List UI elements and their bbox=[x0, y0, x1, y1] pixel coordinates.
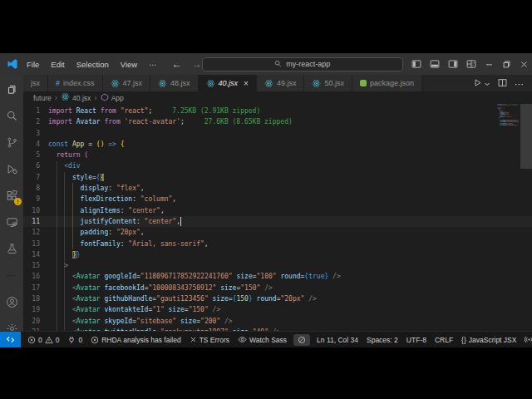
tab-47-jsx[interactable]: 47.jsx bbox=[103, 75, 151, 91]
activity-remote-explorer[interactable] bbox=[0, 209, 23, 235]
line-number[interactable]: 12 bbox=[23, 227, 48, 238]
status-text: UTF-8 bbox=[406, 336, 426, 344]
tab-48-jsx[interactable]: 48.jsx bbox=[150, 75, 199, 91]
activity-accounts[interactable] bbox=[0, 288, 23, 315]
layout-panel-button[interactable] bbox=[430, 59, 440, 69]
line-number[interactable]: 8 bbox=[23, 183, 48, 194]
breadcrumb-item-future[interactable]: future bbox=[33, 94, 52, 102]
status-cursor-position[interactable]: Ln 11, Col 34 bbox=[313, 332, 362, 347]
code-line[interactable]: 18 <Avatar githubHandle="gauti123456" si… bbox=[23, 293, 532, 304]
menu-edit[interactable]: Edit bbox=[46, 58, 69, 71]
activity-testing[interactable] bbox=[0, 235, 23, 262]
code-line[interactable]: 7 style={{ bbox=[23, 172, 532, 183]
activity-run-debug[interactable] bbox=[0, 155, 23, 182]
tab-jsx[interactable]: jsx bbox=[23, 75, 48, 91]
activity-search[interactable] bbox=[0, 102, 23, 129]
tab-package-json[interactable]: package.json bbox=[352, 75, 422, 91]
editor[interactable]: 1import React from "react";7.25KB (2.91K… bbox=[23, 104, 532, 331]
code-line[interactable]: 19 <Avatar vkontakteId="1" size="150" /> bbox=[23, 304, 532, 315]
status-language-mode[interactable]: {}JavaScript JSX bbox=[457, 332, 520, 347]
code-line[interactable]: 17 <Avatar facebookId="100008343750912" … bbox=[23, 283, 532, 293]
line-number[interactable]: 5 bbox=[23, 150, 48, 160]
layout-customize-button[interactable] bbox=[466, 59, 476, 69]
line-number[interactable]: 18 bbox=[23, 293, 48, 304]
status-do-not-disturb[interactable] bbox=[293, 334, 310, 346]
menu-more[interactable]: ⋯ bbox=[144, 58, 162, 71]
menu-view[interactable]: View bbox=[116, 58, 142, 71]
status-ts-errors[interactable]: TS Errors bbox=[185, 332, 234, 347]
code-line[interactable]: 10 alignItems: "center", bbox=[23, 205, 532, 216]
restore-button[interactable] bbox=[502, 60, 511, 69]
layout-sidebar-right-button[interactable] bbox=[448, 59, 458, 69]
status-indentation[interactable]: Spaces: 2 bbox=[362, 332, 402, 347]
tab-40-jsx[interactable]: 40.jsx× bbox=[199, 75, 257, 91]
line-number[interactable]: 9 bbox=[23, 194, 48, 204]
code-line[interactable]: 2import Avatar from 'react-avatar';27.6K… bbox=[23, 116, 532, 127]
line-number[interactable]: 13 bbox=[23, 239, 48, 249]
status-eol[interactable]: CRLF bbox=[431, 332, 457, 347]
code-line[interactable]: 11 justifyContent: "center", bbox=[23, 216, 532, 227]
line-number[interactable]: 14 bbox=[23, 249, 48, 260]
status-go-live[interactable]: Go Live bbox=[520, 332, 532, 347]
line-number[interactable]: 1 bbox=[23, 106, 48, 116]
tab-50-jsx[interactable]: 50.jsx bbox=[304, 75, 352, 91]
line-number[interactable]: 16 bbox=[23, 271, 48, 282]
line-number[interactable]: 4 bbox=[23, 139, 48, 150]
activity-source-control[interactable] bbox=[0, 129, 23, 155]
close-tab-button[interactable]: × bbox=[244, 79, 249, 88]
code-line[interactable]: 1import React from "react";7.25KB (2.91K… bbox=[23, 106, 532, 116]
code-line[interactable]: 9 flexDirection: "column", bbox=[23, 194, 532, 204]
activity-more-views[interactable]: ⋯ bbox=[0, 262, 23, 288]
run-button[interactable] bbox=[473, 76, 490, 91]
line-number[interactable]: 6 bbox=[23, 160, 48, 171]
line-number[interactable]: 11 bbox=[23, 216, 48, 227]
tab-49-jsx[interactable]: 49.jsx bbox=[257, 75, 305, 91]
tab-index-css[interactable]: #index.css bbox=[48, 75, 103, 91]
status-remote-indicator[interactable] bbox=[0, 332, 21, 347]
line-number[interactable]: 15 bbox=[23, 260, 48, 271]
code-line[interactable]: 6 <div bbox=[23, 160, 532, 171]
activity-explorer[interactable] bbox=[0, 76, 23, 102]
line-number[interactable]: 19 bbox=[23, 304, 48, 315]
code-line[interactable]: 14 }} bbox=[23, 249, 532, 260]
code-line[interactable]: 16 <Avatar googleId="1180967178529222417… bbox=[23, 271, 532, 282]
menu-selection[interactable]: Selection bbox=[71, 58, 114, 71]
split-editor-button[interactable] bbox=[498, 76, 507, 91]
layout-sidebar-left-button[interactable] bbox=[411, 59, 421, 69]
status-problems[interactable]: 00 bbox=[23, 332, 63, 347]
remote-icon bbox=[6, 335, 15, 344]
line-number[interactable]: 3 bbox=[23, 128, 48, 139]
code-line[interactable]: 15 > bbox=[23, 260, 532, 271]
activity-bar: !⋯ bbox=[0, 75, 23, 331]
command-center-search[interactable]: my-react-app bbox=[202, 57, 403, 71]
line-number[interactable]: 17 bbox=[23, 283, 48, 293]
code-line[interactable]: 2import Avatar from 'react-avatar';27.6K… bbox=[497, 105, 519, 106]
code-line[interactable]: 13 fontFamily: "Arial, sans-serif", bbox=[23, 239, 532, 249]
breadcrumb-item-40-jsx[interactable]: 40.jsx bbox=[61, 92, 91, 103]
nav-left-button[interactable]: ← bbox=[172, 58, 182, 70]
close-button[interactable] bbox=[520, 60, 529, 69]
nav-right-button[interactable]: → bbox=[192, 58, 202, 70]
code-line[interactable]: 20 <Avatar skypeId="sitebase" size="200"… bbox=[23, 316, 532, 327]
line-number[interactable]: 20 bbox=[23, 316, 48, 327]
code-line[interactable]: 4const App = () => { bbox=[23, 139, 532, 150]
breadcrumb-item-app[interactable]: App bbox=[101, 93, 124, 103]
minimize-button[interactable] bbox=[485, 60, 494, 69]
scrollbar-thumb[interactable] bbox=[520, 104, 532, 169]
activity-extensions[interactable]: ! bbox=[0, 182, 23, 209]
code-line[interactable]: 12 padding: "20px", bbox=[23, 227, 532, 238]
code-line[interactable]: 5 return ( bbox=[23, 150, 532, 160]
status-ports[interactable]: 0 bbox=[63, 332, 86, 347]
status-watch-sass[interactable]: Watch Sass bbox=[234, 332, 291, 347]
line-number[interactable]: 7 bbox=[23, 172, 48, 183]
code-line[interactable]: 3 bbox=[23, 128, 532, 139]
menu-file[interactable]: File bbox=[22, 58, 44, 71]
status-rhda-status[interactable]: RHDA analysis has failed bbox=[86, 332, 185, 347]
line-number[interactable]: 2 bbox=[23, 116, 48, 127]
code-line[interactable]: 8 display: "flex", bbox=[23, 183, 532, 194]
minimap[interactable]: 1import React from "react";7.25KB (2.91K… bbox=[497, 104, 519, 331]
code-line[interactable]: 21 <Avatar twitterHandle="geekygautam199… bbox=[497, 125, 519, 126]
status-encoding[interactable]: UTF-8 bbox=[402, 332, 431, 347]
more-actions-button[interactable]: ⋯ bbox=[515, 76, 525, 91]
line-number[interactable]: 10 bbox=[23, 205, 48, 216]
